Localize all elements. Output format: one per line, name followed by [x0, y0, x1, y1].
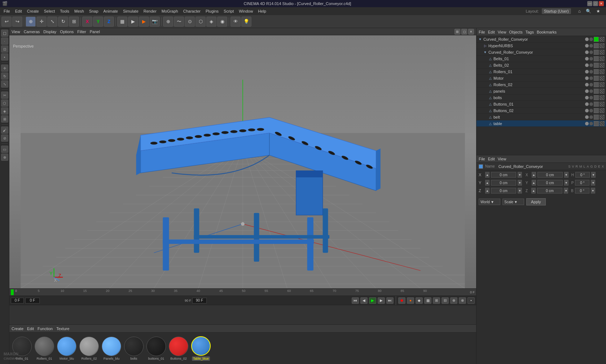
mat-tab-edit[interactable]: Edit — [27, 327, 34, 331]
object-row-belts_01[interactable]: △Belts_01 — [477, 56, 606, 62]
minimize-button[interactable]: — — [587, 1, 592, 6]
render-to-po[interactable]: 📷 — [150, 17, 160, 27]
attr-z-spin-up[interactable]: ▲ — [485, 188, 489, 194]
obj-tag-hypernurbs[interactable] — [600, 43, 605, 48]
timeline-extra2[interactable]: ⊟ — [442, 297, 449, 304]
obj-tag-rollers_02[interactable] — [600, 82, 605, 87]
obj-tag-buttons_01[interactable] — [600, 102, 605, 107]
obj-tag-curved_roller_conveyor_root[interactable] — [600, 37, 605, 42]
play-button[interactable]: ▶ — [369, 297, 376, 304]
menu-edit[interactable]: Edit — [13, 8, 24, 14]
menu-script[interactable]: Script — [221, 8, 236, 14]
obj-color-sq-belts_01[interactable] — [594, 56, 599, 61]
obj-visibility-panels[interactable] — [585, 89, 589, 93]
obj-tag-belts_02[interactable] — [600, 63, 605, 68]
rotate-tool[interactable]: ↻ — [58, 17, 68, 27]
obj-color-sq-belts_02[interactable] — [594, 63, 599, 68]
light-tool[interactable]: 💡 — [241, 17, 251, 27]
obj-visibility-curved_roller_conveyor[interactable] — [585, 50, 589, 54]
obj-tag-curved_roller_conveyor[interactable] — [600, 50, 605, 55]
obj-tag-table[interactable] — [600, 121, 605, 126]
obj-visibility-motor[interactable] — [585, 76, 589, 80]
attr-p-rot[interactable] — [575, 180, 589, 186]
obj-menu-file[interactable]: File — [479, 30, 485, 34]
attr-y-spin-down[interactable]: ▼ — [518, 180, 522, 186]
object-row-belts_02[interactable]: △Belts_02 — [477, 62, 606, 68]
obj-color-sq-buttons_01[interactable] — [594, 102, 599, 107]
menu-character[interactable]: Character — [181, 8, 203, 14]
obj-render-belts_01[interactable] — [589, 57, 593, 61]
obj-menu-tags[interactable]: Tags — [526, 30, 534, 34]
prev-frame[interactable]: ◀ — [360, 297, 368, 304]
obj-menu-view[interactable]: View — [498, 30, 506, 34]
obj-visibility-belts_01[interactable] — [585, 57, 589, 61]
obj-color-sq-rollers_01[interactable] — [594, 69, 599, 74]
attr-y-pos[interactable] — [491, 180, 516, 186]
material-item-8[interactable]: Table_blue — [191, 336, 211, 361]
viewport-tab-display[interactable]: Display — [43, 30, 56, 34]
obj-render-curved_roller_conveyor_root[interactable] — [589, 37, 593, 41]
mat-tab-texture[interactable]: Texture — [56, 327, 69, 331]
obj-visibility-belt[interactable] — [585, 115, 589, 119]
add-nurbs[interactable]: ⊙ — [185, 17, 195, 27]
bridge-tool[interactable]: ⊞ — [1, 115, 8, 123]
viewport-icon-1[interactable]: ⊞ — [454, 29, 460, 35]
menu-window[interactable]: Window — [237, 8, 255, 14]
menu-help[interactable]: Help — [256, 8, 268, 14]
menu-mesh[interactable]: Mesh — [72, 8, 86, 14]
object-row-curved_roller_conveyor_root[interactable]: ▼Curved_Roller_Conveyor — [477, 36, 606, 43]
object-row-bolts[interactable]: △bolts — [477, 94, 606, 101]
material-item-1[interactable]: Rollers_01 — [35, 337, 54, 360]
obj-menu-bookmarks[interactable]: Bookmarks — [537, 30, 557, 34]
attr-h-val[interactable] — [537, 172, 563, 178]
obj-render-bolts[interactable] — [589, 96, 593, 99]
object-row-buttons_02[interactable]: △Buttons_02 — [477, 107, 606, 114]
scale-object[interactable]: ⤡ — [1, 80, 8, 88]
material-item-7[interactable]: Buttons_02 — [169, 337, 188, 360]
add-spline[interactable]: 〜 — [174, 17, 184, 27]
obj-visibility-buttons_01[interactable] — [585, 102, 589, 106]
viewport-tab-panel[interactable]: Panel — [90, 30, 100, 34]
apply-button[interactable]: Apply — [526, 198, 546, 205]
viewport-tab-filter[interactable]: Filter — [77, 30, 86, 34]
attr-menu-view[interactable]: View — [498, 157, 506, 161]
mat-tab-function[interactable]: Function — [38, 327, 53, 331]
mode-polys[interactable]: ▪ — [1, 53, 8, 61]
rotate-object[interactable]: ↻ — [1, 72, 8, 80]
attr-p-spin-up[interactable]: ▲ — [532, 180, 536, 186]
material-item-6[interactable]: buttons_01 — [146, 337, 166, 360]
obj-color-sq-belt[interactable] — [594, 115, 599, 120]
undo-button[interactable]: ↩ — [1, 17, 12, 27]
mode-edges[interactable]: ⊡ — [1, 45, 8, 53]
viewport-tab-options[interactable]: Options — [60, 30, 74, 34]
obj-render-buttons_01[interactable] — [589, 102, 593, 106]
object-row-belt[interactable]: △belt — [477, 114, 606, 120]
obj-color-sq-bolts[interactable] — [594, 95, 599, 100]
add-modifier[interactable]: ◈ — [206, 17, 216, 27]
obj-tag-buttons_02[interactable] — [600, 108, 605, 113]
obj-color-sq-curved_roller_conveyor[interactable] — [594, 50, 599, 55]
obj-tag-rollers_01[interactable] — [600, 69, 605, 74]
material-item-2[interactable]: Motor_blu — [57, 337, 76, 360]
attr-h-rot[interactable] — [575, 172, 590, 178]
object-row-curved_roller_conveyor[interactable]: ▼Curved_Roller_Conveyor — [477, 49, 606, 56]
obj-color-sq-table[interactable] — [594, 121, 599, 126]
layout-value[interactable]: Startup (User) — [542, 8, 571, 14]
obj-render-motor[interactable] — [589, 76, 593, 80]
viewport-tab-view[interactable]: View — [12, 30, 20, 34]
menu-tools[interactable]: Tools — [58, 8, 71, 14]
coord-system-dropdown[interactable]: World ▼ — [479, 199, 500, 205]
obj-render-rollers_02[interactable] — [589, 83, 593, 86]
record-button[interactable]: ⏺ — [398, 297, 405, 304]
obj-tag-bolts[interactable] — [600, 95, 605, 100]
add-field[interactable]: ◉ — [217, 17, 227, 27]
mode-points[interactable]: · — [1, 37, 8, 45]
timeline-extra5[interactable]: ▪ — [467, 297, 475, 304]
obj-tag-panels[interactable] — [600, 89, 605, 94]
obj-visibility-curved_roller_conveyor_root[interactable] — [585, 37, 589, 41]
attr-menu-edit[interactable]: Edit — [488, 157, 495, 161]
viewport-icon-2[interactable]: ◻ — [461, 29, 467, 35]
scale-tool[interactable]: ⤡ — [47, 17, 57, 27]
obj-render-belts_02[interactable] — [589, 63, 593, 67]
attr-p-val[interactable] — [537, 180, 563, 186]
